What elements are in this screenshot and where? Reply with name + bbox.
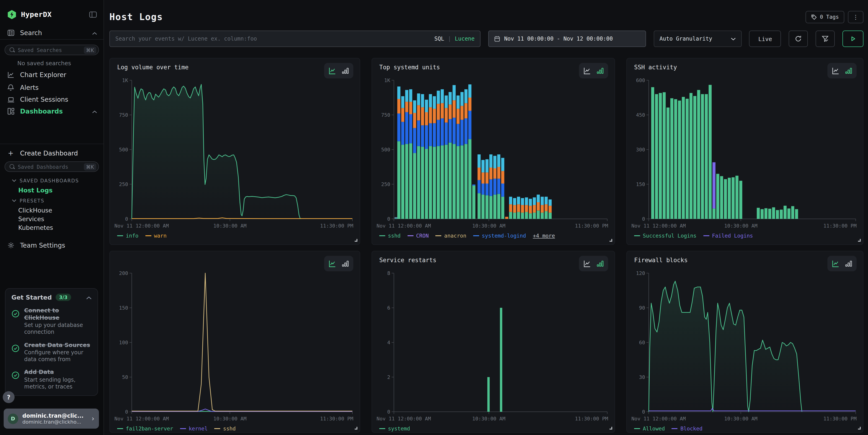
bar-view-toggle-icon[interactable] [596,260,604,267]
ssh-activity-chart[interactable]: 0150300450600Nov 11 12:00:00 AM10:30:00 … [631,76,857,231]
sql-mode-toggle[interactable]: SQL [434,36,444,42]
sidebar-item-label: Search [20,29,42,36]
chevron-up-icon[interactable] [92,107,97,115]
granularity-select[interactable]: Auto Granularity [653,31,742,47]
legend-item[interactable]: anacron [436,232,466,239]
logo-row: HyperDX [0,8,103,21]
svg-text:Nov 11 12:00:00 AM: Nov 11 12:00:00 AM [631,223,686,229]
get-started-item-sources[interactable]: Create Data Sources Configure where your… [11,341,92,363]
svg-text:0: 0 [387,409,390,415]
sidebar-dashboard-host-logs[interactable]: Host Logs [18,186,53,194]
sidebar-collapse-icon[interactable] [89,11,97,18]
sidebar-item-chart-explorer[interactable]: Chart Explorer [0,68,103,81]
date-range-picker[interactable]: Nov 11 00:00:00 - Nov 12 00:00:00 [488,31,646,47]
svg-text:500: 500 [119,147,128,153]
resize-handle[interactable] [858,427,861,430]
legend-item[interactable]: sshd [379,232,401,239]
svg-text:10:30:00 AM: 10:30:00 AM [472,416,505,422]
svg-text:Nov 11 12:00:00 AM: Nov 11 12:00:00 AM [115,223,169,229]
legend-item[interactable]: warn [145,232,166,239]
sidebar-item-search[interactable]: Search [0,26,103,39]
legend-item[interactable]: sshd [215,426,236,432]
bar-view-toggle-icon[interactable] [845,67,852,74]
avatar: D [8,413,18,424]
sidebar-item-dashboards[interactable]: Dashboards [0,105,103,118]
service-restarts-chart[interactable]: 02468Nov 11 12:00:00 AM10:30:00 AM11:30:… [377,270,608,424]
sidebar-preset-services[interactable]: Services [18,215,44,222]
legend-item[interactable]: systemd [379,426,410,432]
svg-text:11:30:00 PM: 11:30:00 PM [823,223,857,229]
svg-text:600: 600 [636,77,645,83]
bar-view-toggle-icon[interactable] [341,67,349,74]
run-query-button[interactable] [842,31,863,47]
get-started-item-desc: Configure where your data comes from [24,349,92,363]
sidebar-item-client-sessions[interactable]: Client Sessions [0,93,103,106]
svg-text:Nov 11 12:00:00 AM: Nov 11 12:00:00 AM [115,416,169,422]
search-icon [9,48,14,53]
line-view-toggle-icon[interactable] [832,67,840,74]
resize-handle[interactable] [858,239,861,242]
kebab-menu-button[interactable]: ⋮ [848,11,863,23]
sidebar-preset-clickhouse[interactable]: ClickHouse [18,207,52,214]
legend-item[interactable]: systemd-logind [473,232,526,239]
legend-item[interactable]: CRON [407,232,429,239]
svg-text:100: 100 [119,340,128,345]
user-menu[interactable]: D dominic.tran@clic... dominic.tran@clic… [4,409,99,429]
legend-item[interactable]: Blocked [672,426,703,432]
sidebar-item-label: Client Sessions [20,96,68,103]
chevron-down-icon [12,199,17,202]
bar-view-toggle-icon[interactable] [845,260,852,267]
line-view-toggle-icon[interactable] [328,67,336,74]
chart-type-toggle [324,256,353,271]
legend-item[interactable]: Successful Logins [634,232,696,239]
legend-item[interactable]: Failed Logins [703,232,753,239]
bar-view-toggle-icon[interactable] [341,260,349,267]
chevron-up-icon[interactable] [92,29,97,36]
line-view-toggle-icon[interactable] [328,260,336,268]
resize-handle[interactable] [355,239,358,242]
app-window: HyperDX Search Saved Searches [0,0,868,435]
saved-dashboards-section-header[interactable]: SAVED DASHBOARDS [12,178,99,183]
legend-item[interactable]: info [117,232,138,239]
live-button[interactable]: Live [749,31,781,47]
lucene-mode-toggle[interactable]: Lucene [455,36,474,42]
saved-dashboards-input[interactable]: Saved Dashboards ⌘K [5,161,99,172]
systemd-units-chart[interactable]: 02505007501KNov 11 12:00:00 AM10:30:00 A… [377,76,608,231]
create-dashboard-button[interactable]: + Create Dashboard [0,147,103,160]
refresh-button[interactable] [789,31,808,47]
get-started-item-add-data[interactable]: Add Data Start sending logs, metrics, or… [11,369,92,390]
tags-button[interactable]: 0 Tags [806,11,844,23]
svg-text:750: 750 [119,112,128,118]
mode-divider: | [448,36,451,42]
filter-button[interactable] [815,31,835,47]
legend-item[interactable]: Allowed [634,426,665,432]
date-range-value: Nov 11 00:00:00 - Nov 12 00:00:00 [504,36,613,42]
legend-item[interactable]: kernel [180,426,208,432]
resize-handle[interactable] [355,427,358,430]
presets-section-header[interactable]: PRESETS [12,198,99,204]
sidebar-preset-kubernetes[interactable]: Kubernetes [18,224,53,231]
firewall-blocks-chart[interactable]: 0306090120Nov 11 12:00:00 AM10:30:00 AM1… [631,270,857,424]
line-view-toggle-icon[interactable] [583,260,591,268]
event-search-input[interactable]: Search your events w/ Lucene ex. column:… [110,31,480,47]
help-button[interactable]: ? [3,391,14,403]
line-view-toggle-icon[interactable] [832,260,840,268]
svg-text:11:30:00 PM: 11:30:00 PM [823,416,857,422]
legend-item[interactable]: fail2ban-server [117,426,173,432]
resize-handle[interactable] [610,427,612,430]
host-services-chart[interactable]: 050100150200Nov 11 12:00:00 AM10:30:00 A… [115,270,353,424]
line-view-toggle-icon[interactable] [583,67,591,74]
sidebar-item-team-settings[interactable]: Team Settings [0,239,103,252]
log-volume-chart[interactable]: 02505007501KNov 11 12:00:00 AM10:30:00 A… [115,76,353,231]
calendar-icon [494,36,500,42]
resize-handle[interactable] [610,239,612,242]
svg-text:90: 90 [639,305,645,311]
bar-view-toggle-icon[interactable] [596,67,604,74]
legend-more-link[interactable]: +4 more [533,232,555,239]
saved-searches-input[interactable]: Saved Searches ⌘K [5,45,99,55]
laptop-icon [7,96,14,103]
sidebar-item-alerts[interactable]: Alerts [0,81,103,94]
chevron-up-icon[interactable] [86,294,92,301]
get-started-item-connect[interactable]: Connect to ClickHouse Set up your databa… [11,307,92,335]
get-started-item-desc: Start sending logs, metrics, or traces [24,377,92,390]
